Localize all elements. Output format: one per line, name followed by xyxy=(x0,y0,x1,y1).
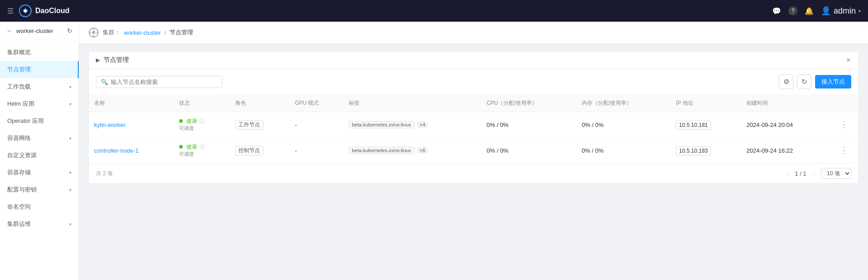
back-button[interactable]: ← xyxy=(6,27,13,34)
node-more-actions[interactable]: ⋮ xyxy=(829,138,859,163)
sidebar-item-label: 集群运维 xyxy=(7,220,31,228)
search-input[interactable] xyxy=(111,79,218,85)
node-role: 工作节点 xyxy=(230,112,289,138)
sidebar-item-label: 命名空间 xyxy=(7,203,31,211)
chevron-down-icon: ▾ xyxy=(69,170,71,175)
breadcrumb-prefix: 集群： xyxy=(103,28,120,37)
card-title: 节点管理 xyxy=(104,56,129,64)
node-gpu: - xyxy=(289,112,343,138)
user-chevron-icon: ▾ xyxy=(859,9,861,14)
node-status: 健康 ⓘ 可调度 xyxy=(174,112,229,138)
status-info-icon[interactable]: ⓘ xyxy=(199,144,204,149)
sidebar-item-label: Helm 应用 xyxy=(7,100,34,108)
node-memory: 0% / 0% xyxy=(576,112,670,138)
sidebar-item-operator-apps[interactable]: Operator 应用 xyxy=(0,112,79,130)
sidebar-item-label: 工作负载 xyxy=(7,83,31,91)
node-gpu: - xyxy=(289,138,343,163)
svg-point-4 xyxy=(89,32,91,33)
node-name[interactable]: controller-node-1 xyxy=(89,138,174,163)
table-footer: 共 2 项 ‹ 1 / 1 › 10 项 20 项 50 项 xyxy=(89,163,859,183)
node-role: 控制节点 xyxy=(230,138,289,163)
more-icon[interactable]: ⋮ xyxy=(835,120,853,130)
node-labels: beta.kubernetes.io/os:linux +4 xyxy=(343,112,481,138)
sidebar-item-custom-resources[interactable]: 自定义资源 xyxy=(0,147,79,164)
page-body: ▶ 节点管理 ✕ 🔍 ⚙ ↻ 接入节点 xyxy=(79,44,868,280)
chevron-down-icon: ▾ xyxy=(69,187,71,192)
top-nav: ☰ DaoCloud 💬 ? 🔔 👤 admin ▾ xyxy=(0,0,868,22)
toolbar-actions: ⚙ ↻ 接入节点 xyxy=(779,75,851,89)
svg-point-7 xyxy=(93,35,95,37)
col-status: 状态 xyxy=(174,95,229,112)
user-avatar-icon: 👤 xyxy=(821,6,831,16)
card-close-button[interactable]: ✕ xyxy=(846,56,851,64)
node-created: 2024-09-24 20:04 xyxy=(741,112,829,138)
bell-icon[interactable]: 🔔 xyxy=(805,7,814,15)
logo-icon xyxy=(19,5,32,17)
hamburger-icon[interactable]: ☰ xyxy=(7,7,14,15)
status-text: 健康 xyxy=(186,118,197,124)
sidebar-refresh-button[interactable]: ↻ xyxy=(67,27,72,34)
sidebar-item-container-storage[interactable]: 容器存储 ▾ xyxy=(0,164,79,181)
sidebar-item-label: 节点管理 xyxy=(7,65,31,74)
sidebar-item-helm-apps[interactable]: Helm 应用 ▾ xyxy=(0,95,79,112)
next-page-button[interactable]: › xyxy=(810,169,817,178)
node-memory: 0% / 0% xyxy=(576,138,670,163)
node-cpu: 0% / 0% xyxy=(481,112,576,138)
more-icon[interactable]: ⋮ xyxy=(835,145,853,155)
node-labels: beta.kubernetes.io/os:linux +6 xyxy=(343,138,481,163)
col-created: 创建时间 xyxy=(741,95,829,112)
sidebar-item-namespaces[interactable]: 命名空间 xyxy=(0,198,79,215)
sidebar-item-node-management[interactable]: 节点管理 xyxy=(0,61,79,78)
svg-point-1 xyxy=(24,9,27,12)
page-size-select[interactable]: 10 项 20 项 50 项 xyxy=(821,168,851,179)
table-header-row: 名称 状态 角色 GPU 模式 标签 CPU（分配/使用率） 内存（分配/使用率… xyxy=(89,95,859,112)
svg-point-5 xyxy=(96,32,98,33)
sidebar: ← worker-cluster ↻ 集群概览 节点管理 工作负载 ▾ Helm… xyxy=(0,22,79,280)
status-sub-text: 可调度 xyxy=(179,125,224,132)
breadcrumb-current: 节点管理 xyxy=(170,28,193,37)
col-cpu: CPU（分配/使用率） xyxy=(481,95,576,112)
node-more-actions[interactable]: ⋮ xyxy=(829,112,859,138)
status-dot-icon xyxy=(179,119,183,123)
sidebar-item-config-secrets[interactable]: 配置与密钥 ▾ xyxy=(0,181,79,198)
label-count[interactable]: +4 xyxy=(417,121,428,128)
label-tag[interactable]: beta.kubernetes.io/os:linux xyxy=(349,147,414,154)
col-name: 名称 xyxy=(89,95,174,112)
label-tag[interactable]: beta.kubernetes.io/os:linux xyxy=(349,121,414,128)
main-content: 集群： worker-cluster / 节点管理 ▶ 节点管理 ✕ xyxy=(79,22,868,280)
sidebar-item-cluster-ops[interactable]: 集群运维 ▾ xyxy=(0,215,79,233)
page-info: 1 / 1 xyxy=(795,170,806,177)
chevron-down-icon: ▾ xyxy=(69,102,71,107)
node-ip: 10.5.10.183 xyxy=(670,138,741,163)
col-gpu: GPU 模式 xyxy=(289,95,343,112)
toolbar: 🔍 ⚙ ↻ 接入节点 xyxy=(89,69,859,95)
settings-button[interactable]: ⚙ xyxy=(779,75,793,89)
cluster-icon xyxy=(88,27,99,38)
cluster-name: worker-cluster xyxy=(16,28,63,34)
sidebar-item-label: Operator 应用 xyxy=(7,117,44,125)
add-node-button[interactable]: 接入节点 xyxy=(815,75,851,89)
status-info-icon[interactable]: ⓘ xyxy=(199,118,204,124)
chat-icon[interactable]: 💬 xyxy=(772,7,781,15)
breadcrumb: 集群： worker-cluster / 节点管理 xyxy=(79,22,868,44)
help-icon[interactable]: ? xyxy=(788,6,797,15)
collapse-icon[interactable]: ▶ xyxy=(96,57,100,63)
label-count[interactable]: +6 xyxy=(417,147,428,154)
refresh-button[interactable]: ↻ xyxy=(797,75,811,89)
prev-page-button[interactable]: ‹ xyxy=(784,169,791,178)
sidebar-item-workloads[interactable]: 工作负载 ▾ xyxy=(0,78,79,95)
user-info[interactable]: 👤 admin ▾ xyxy=(821,6,861,16)
role-tag: 工作节点 xyxy=(235,120,263,130)
node-name[interactable]: kylin-worker xyxy=(89,112,174,138)
status-sub-text: 可调度 xyxy=(179,151,224,158)
breadcrumb-cluster-link[interactable]: worker-cluster xyxy=(124,29,161,36)
sidebar-item-cluster-overview[interactable]: 集群概览 xyxy=(0,44,79,61)
sidebar-item-label: 配置与密钥 xyxy=(7,186,37,194)
search-icon: 🔍 xyxy=(101,79,108,85)
sidebar-item-container-network[interactable]: 容器网络 ▾ xyxy=(0,130,79,147)
search-box[interactable]: 🔍 xyxy=(96,76,223,88)
node-management-card: ▶ 节点管理 ✕ 🔍 ⚙ ↻ 接入节点 xyxy=(88,51,859,184)
logo: DaoCloud xyxy=(19,5,70,17)
table-row: controller-node-1 健康 ⓘ 可调度 控制节点 - xyxy=(89,138,859,163)
total-count: 共 2 项 xyxy=(96,170,113,177)
